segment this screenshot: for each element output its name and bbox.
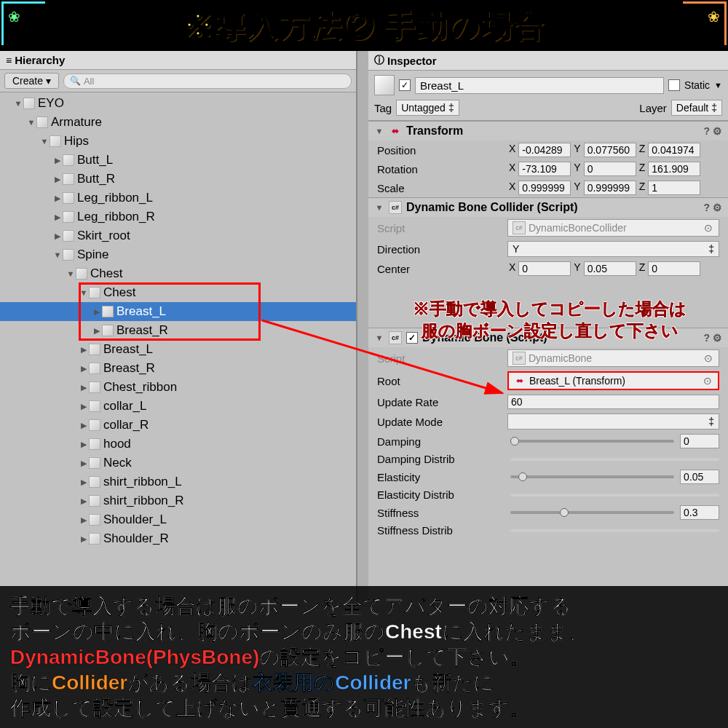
foldout-icon[interactable] [52,194,63,203]
update-rate-field[interactable] [507,395,719,409]
update-mode-dropdown[interactable]: ‡ [507,414,719,430]
help-icon[interactable]: ? [703,125,710,137]
stiffness-slider[interactable] [510,511,674,514]
foldout-icon[interactable] [13,99,23,108]
tree-item-chest-ribbon[interactable]: Chest_ribbon [0,378,356,397]
inspector-tab[interactable]: ⓘ Inspector [368,51,728,71]
active-checkbox[interactable]: ✓ [399,79,411,91]
center-z[interactable] [648,261,700,276]
pos-x[interactable] [518,143,571,157]
foldout-icon[interactable] [79,402,89,411]
gameobject-icon [50,135,61,147]
foldout-icon[interactable] [52,156,63,165]
foldout-icon[interactable] [39,137,50,146]
tree-item-spine[interactable]: Spine [0,245,356,264]
foldout-icon[interactable] [92,326,102,336]
direction-dropdown[interactable]: Y‡ [507,241,719,257]
search-input[interactable]: 🔍 All [63,74,352,89]
foldout-icon[interactable] [79,383,89,392]
scrollbar[interactable] [357,51,368,603]
damping-slider[interactable] [510,440,674,443]
foldout-icon[interactable] [52,250,63,259]
gameobject-icon [89,344,100,355]
foldout-icon[interactable] [52,232,63,241]
tree-item-shirt-ribbon-r[interactable]: shirt_ribbon_R [0,491,356,510]
rot-z[interactable] [648,162,700,176]
tree-item-hood[interactable]: hood [0,435,356,454]
tree-item-shoulder-r[interactable]: Shoulder_R [0,529,356,548]
tree-item-shirt-ribbon-l[interactable]: shirt_ribbon_L [0,472,356,491]
tree-item-skirt-root[interactable]: Skirt_root [0,226,356,245]
tree-item-breast-r[interactable]: Breast_R [0,359,356,378]
static-dropdown[interactable]: ▼ [714,81,722,90]
tree-item-leg-ribbon-r[interactable]: Leg_ribbon_R [0,207,356,226]
foldout-icon[interactable] [79,515,89,525]
hierarchy-tab[interactable]: ≡ Hierarchy [0,51,356,70]
foldout-icon[interactable] [52,175,63,184]
foldout-icon[interactable] [79,421,89,430]
pos-z[interactable] [648,143,700,157]
elasticity-distrib-slider[interactable] [510,494,719,496]
foldout-icon[interactable] [79,459,89,468]
foldout-icon[interactable] [79,364,89,373]
foldout-icon[interactable] [66,269,76,278]
foldout-icon[interactable] [92,307,102,317]
tree-item-breast-l[interactable]: Breast_L [0,302,356,321]
foldout-icon[interactable] [52,213,63,222]
script-field: c#DynamicBoneCollider⊙ [507,219,719,237]
tree-item-neck[interactable]: Neck [0,454,356,472]
scale-z[interactable] [648,181,700,195]
gear-icon[interactable]: ⚙ [713,125,722,137]
foldout-icon[interactable] [79,288,89,297]
tree-item-collar-r[interactable]: collar_R [0,416,356,435]
layer-dropdown[interactable]: Default ‡ [671,100,722,116]
foldout-icon[interactable] [79,478,89,487]
static-checkbox[interactable] [668,79,680,91]
tree-item-butt-r[interactable]: Butt_R [0,170,356,189]
foldout-icon[interactable] [79,345,89,355]
center-y[interactable] [584,261,636,276]
foldout-icon[interactable] [79,440,89,449]
hierarchy-tree[interactable]: EYOArmatureHipsButt_LButt_RLeg_ribbon_LL… [0,92,356,603]
gear-icon[interactable]: ⚙ [713,202,722,213]
create-button[interactable]: Create ▾ [4,73,59,89]
tree-item-collar-l[interactable]: collar_L [0,397,356,416]
stiffness-value[interactable] [680,505,719,520]
gameobject-icon [89,381,100,393]
tree-item-breast-l[interactable]: Breast_L [0,340,356,359]
foldout-icon[interactable] [79,496,89,506]
tree-item-eyo[interactable]: EYO [0,94,356,113]
elasticity-value[interactable] [680,470,719,484]
damping-value[interactable] [680,434,719,448]
tag-dropdown[interactable]: Untagged ‡ [396,100,459,116]
rot-y[interactable] [584,162,636,176]
foldout-icon[interactable] [374,127,384,135]
scale-y[interactable] [584,181,636,195]
tree-item-butt-l[interactable]: Butt_L [0,151,356,170]
foldout-icon[interactable] [79,534,89,544]
transform-header[interactable]: Transform ? ⚙ [368,122,728,141]
foldout-icon[interactable] [26,118,36,127]
instruction-text: 手動で導入する場合は服のボーンを全てアバターの対応する ボーンの中に入れ、胸のボ… [0,586,728,728]
tree-item-label: Breast_R [116,323,168,338]
foldout-icon[interactable] [374,203,384,212]
root-field[interactable]: Breast_L (Transform)⊙ [507,371,719,390]
tree-item-shoulder-l[interactable]: Shoulder_L [0,510,356,529]
tree-item-chest[interactable]: Chest [0,264,356,283]
damping-distrib-slider[interactable] [510,458,719,461]
collider-header[interactable]: c# Dynamic Bone Collider (Script) ? ⚙ [368,198,728,217]
center-x[interactable] [518,261,571,276]
tree-item-armature[interactable]: Armature [0,113,356,132]
scale-x[interactable] [518,181,571,195]
pos-y[interactable] [584,143,636,157]
help-icon[interactable]: ? [703,202,710,213]
rot-x[interactable] [518,162,571,176]
object-name-field[interactable] [415,77,664,94]
tree-item-leg-ribbon-l[interactable]: Leg_ribbon_L [0,189,356,207]
tree-item-label: Chest [103,285,135,300]
tree-item-breast-r[interactable]: Breast_R [0,321,356,340]
elasticity-slider[interactable] [510,475,674,478]
tree-item-hips[interactable]: Hips [0,132,356,151]
tree-item-chest[interactable]: Chest [0,283,356,302]
stiffness-distrib-slider[interactable] [510,529,719,532]
